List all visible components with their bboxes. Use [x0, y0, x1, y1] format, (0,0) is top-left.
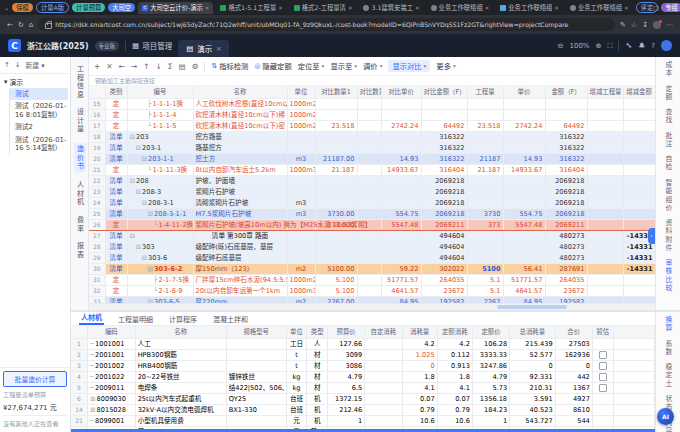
cell-ca[interactable]: 23672	[421, 286, 467, 297]
cell-dq[interactable]	[587, 110, 623, 121]
estimate-checkbox[interactable]	[599, 362, 607, 370]
collapse-node-icon[interactable]: ⊟	[130, 177, 136, 185]
cell-unit[interactable]: m3	[287, 198, 315, 209]
cell-t[interactable]: 清单	[105, 154, 127, 165]
right-tab-stabilized-soil[interactable]: 稳定土	[663, 363, 673, 388]
cell-p[interactable]	[503, 242, 545, 253]
cell-a[interactable]: 2069218	[545, 187, 587, 198]
nav-tab-rcj[interactable]: 人材机	[75, 181, 85, 207]
cell-amt[interactable]: 544	[555, 416, 592, 427]
cell-a[interactable]: 2069218	[545, 198, 587, 209]
collapse-node-icon[interactable]: ⊟	[130, 232, 136, 240]
cell-name[interactable]: 砍挖灌木林(直径10cm以下)稀	[193, 110, 287, 121]
detail-tab-calc-program[interactable]: 计算程序	[167, 313, 199, 325]
table-row[interactable]: 17定└1-1-1-5砍挖灌木林(直径10cm以下)密1000m223.5182…	[89, 121, 655, 132]
cell-p[interactable]	[503, 99, 545, 110]
cell-price[interactable]: 4.79	[328, 372, 365, 383]
cell-code[interactable]: ├1-1-1-4	[127, 110, 193, 121]
download-icon[interactable]: ↧	[642, 21, 648, 29]
nav-tab-report[interactable]: 报表	[75, 242, 85, 259]
user-avatar[interactable]	[661, 40, 672, 51]
cell-ca[interactable]: 316322	[421, 143, 467, 154]
toolbar-show-to-button[interactable]: 显示至▾	[330, 61, 357, 71]
estimate-checkbox[interactable]	[599, 373, 607, 381]
cell-a[interactable]: 64492	[545, 121, 587, 132]
cell-name[interactable]: 清单 第300章 路面	[193, 231, 287, 242]
cell-code[interactable]: ├1-1-1-1换	[127, 99, 193, 110]
cell-cp[interactable]: 14933.67	[381, 165, 421, 176]
cell-dq[interactable]	[587, 99, 623, 110]
cell-a[interactable]: 316322	[545, 132, 587, 143]
cell-name[interactable]: 级配碎石底基层	[193, 253, 287, 264]
tab-group-chip[interactable]: 计量预算	[72, 3, 105, 12]
cell-dPrice[interactable]: 3333.33	[472, 350, 509, 361]
cell-name[interactable]: 挖土方	[193, 154, 287, 165]
cell-cp[interactable]	[381, 198, 421, 209]
cell-code[interactable]: ─8099001	[88, 416, 136, 427]
cell-amt[interactable]: 4927	[555, 394, 592, 405]
toolbar-locate-to-button[interactable]: 定位至▾	[298, 61, 325, 71]
cell-da[interactable]	[623, 187, 655, 198]
cell-use[interactable]: 10.6	[402, 416, 437, 427]
cell-unit[interactable]	[287, 187, 315, 198]
cell-q2[interactable]	[357, 198, 381, 209]
right-tab-cost[interactable]: 成本	[663, 61, 673, 78]
cell-cp[interactable]: 4641.57	[381, 286, 421, 297]
cell-q[interactable]	[467, 231, 503, 242]
cell-name[interactable]: 浆砌片石护坡	[193, 187, 287, 198]
cell-unit[interactable]: 1000m3	[287, 165, 315, 176]
cell-dUse[interactable]: 0.07	[437, 394, 472, 405]
cell-q[interactable]	[467, 99, 503, 110]
expand-node-icon[interactable]: ⊞	[90, 406, 96, 414]
cell-dPrice[interactable]: 5.73	[472, 383, 509, 394]
back-icon[interactable]: ←	[7, 21, 13, 29]
cell-da[interactable]	[623, 286, 655, 297]
right-tab-review-compare[interactable]: 审核比较	[663, 259, 673, 292]
cell-ca[interactable]: 302022	[421, 264, 467, 275]
browser-tab[interactable]: 3.1建筑安装工✕	[359, 2, 423, 14]
tab-close-icon[interactable]: ✕	[205, 5, 210, 11]
cell-p[interactable]	[503, 231, 545, 242]
cell-code[interactable]: ⊟208	[127, 176, 193, 187]
cell-type[interactable]: 材	[307, 383, 328, 394]
cell-a[interactable]: 316404	[545, 165, 587, 176]
toolbar-icon-3[interactable]: →	[131, 62, 137, 71]
cell-dq[interactable]	[587, 176, 623, 187]
cell-type[interactable]: 机	[307, 394, 328, 405]
toolbar-show-compare-button[interactable]: 显示对比▾	[388, 60, 430, 72]
toolbar-icon-1[interactable]: ✕	[106, 62, 112, 71]
tab-close-icon[interactable]: ✕	[624, 5, 629, 11]
cell-p[interactable]	[503, 176, 545, 187]
cell-code[interactable]: ⊟303-6	[127, 253, 193, 264]
cell-code[interactable]: ⊞8009030	[88, 394, 136, 405]
cell-q2[interactable]	[357, 187, 381, 198]
table-row[interactable]: 24清单⊟208-3-1清砌浆砌片石护坡m320692182069218	[89, 198, 655, 209]
cell-dUse[interactable]: 4.1	[437, 383, 472, 394]
cell-code[interactable]: ├2-1-7-5换	[127, 275, 193, 286]
cell-price[interactable]: 127.66	[328, 339, 365, 350]
cell-a[interactable]: 23672	[545, 286, 587, 297]
cell-dq[interactable]	[587, 165, 623, 176]
cell-total[interactable]: 210.31	[510, 383, 556, 394]
cell-ca[interactable]: 2069211	[421, 220, 467, 231]
cell-unit[interactable]: t	[286, 350, 307, 361]
cell-q1[interactable]: 21.187	[315, 165, 357, 176]
detail-tab-rcj[interactable]: 人材机	[79, 311, 104, 325]
cell-q[interactable]	[467, 198, 503, 209]
cell-code[interactable]: ─2001022	[88, 372, 136, 383]
cell-unit[interactable]: kg	[286, 372, 307, 383]
cell-name[interactable]: M7.5浆砌片石护坡	[193, 209, 287, 220]
table-row[interactable]: 23清单⊟208-3浆砌片石护坡20692182069218	[89, 187, 655, 198]
cell-p[interactable]	[503, 198, 545, 209]
cell-name[interactable]: HRB400钢筋	[135, 361, 226, 372]
cell-p[interactable]	[503, 110, 545, 121]
cell-q1[interactable]: 5.100	[315, 286, 357, 297]
cell-code[interactable]: ⊟303	[127, 242, 193, 253]
cell-da[interactable]	[623, 165, 655, 176]
cell-unit[interactable]: m3	[287, 209, 315, 220]
table-row[interactable]: 1─1001001人工工日人127.664.24.2106.28215.4392…	[71, 339, 655, 350]
cell-code[interactable]: ─2009011	[88, 383, 136, 394]
cell-t[interactable]: 清单	[105, 253, 127, 264]
collapse-node-icon[interactable]: ⊟	[148, 265, 154, 273]
cell-name[interactable]: HPB300钢筋	[135, 350, 226, 361]
